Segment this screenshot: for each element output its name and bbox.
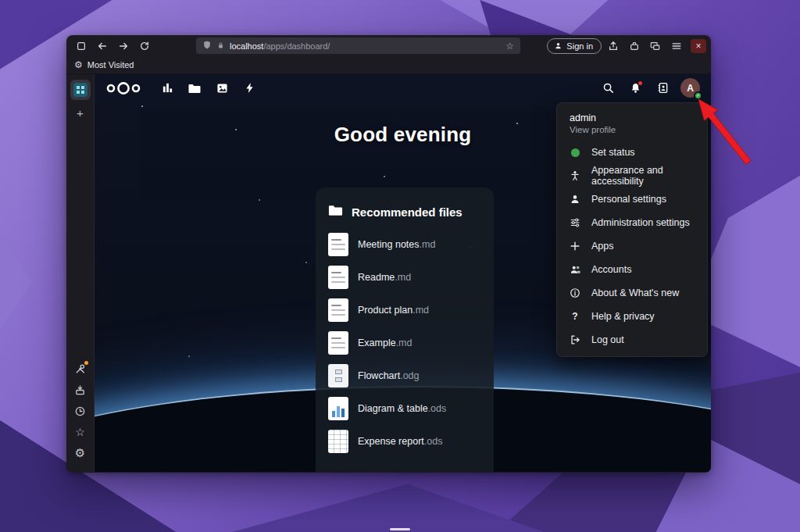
file-name: Flowchart <box>358 370 400 381</box>
notification-dot <box>84 361 88 365</box>
nextcloud-header: A ✓ <box>95 74 711 102</box>
menu-hamburger-icon[interactable] <box>666 37 686 55</box>
active-tab[interactable] <box>70 80 91 100</box>
file-row[interactable]: Readme.md <box>328 261 481 294</box>
displays-icon[interactable] <box>645 37 665 55</box>
menu-item-label: Accounts <box>591 264 631 275</box>
file-name: Expense report <box>358 436 424 447</box>
file-name: Example <box>358 337 396 348</box>
save-to-pocket-icon[interactable] <box>603 37 623 55</box>
file-extension: .ods <box>424 436 443 447</box>
file-thumbnail <box>328 233 348 256</box>
file-extension: .md <box>395 272 411 283</box>
folder-icon <box>328 204 343 220</box>
nextcloud-logo[interactable] <box>105 81 141 95</box>
view-profile-link[interactable]: View profile <box>570 125 695 134</box>
window-close-button[interactable]: × <box>691 39 706 53</box>
bookmark-star-icon[interactable]: ☆ <box>505 41 514 52</box>
dashboard-app-icon[interactable] <box>157 78 177 98</box>
widget-title: Recommended files <box>352 205 462 219</box>
downloads-icon[interactable] <box>71 380 90 399</box>
status-dot-icon <box>569 146 581 159</box>
url-text: localhost/apps/dashboard/ <box>230 41 501 51</box>
menu-item-apps[interactable]: Apps <box>557 234 707 258</box>
history-clock-icon[interactable] <box>71 402 90 420</box>
tools-icon[interactable] <box>71 359 90 378</box>
menu-item-log-out[interactable]: Log out <box>557 328 707 352</box>
menu-item-label: Set status <box>591 147 635 158</box>
file-row[interactable]: Flowchart.odg <box>328 359 481 392</box>
file-thumbnail <box>328 331 348 355</box>
file-extension: .odg <box>400 370 419 381</box>
file-thumbnail <box>328 430 348 453</box>
file-row[interactable]: Expense report.ods <box>328 425 481 458</box>
url-path: /apps/dashboard/ <box>263 41 330 51</box>
starfield <box>141 105 143 107</box>
menu-item-about[interactable]: About & What's new <box>557 281 707 305</box>
browser-window: localhost/apps/dashboard/ ☆ Sign in × ⚙ … <box>66 35 711 473</box>
menu-item-set-status[interactable]: Set status <box>557 141 707 164</box>
header-actions: A ✓ <box>598 78 700 98</box>
activity-app-icon[interactable] <box>239 78 259 98</box>
settings-gear-icon[interactable]: ⚙ <box>71 444 90 462</box>
notification-dot <box>638 81 642 85</box>
bookmark-gear-icon: ⚙ <box>74 59 83 70</box>
nextcloud-favicon <box>73 83 88 97</box>
lock-icon[interactable] <box>216 41 225 52</box>
file-row[interactable]: Diagram & table.ods <box>328 392 481 425</box>
user-dropdown-menu: admin View profile Set status Appearance… <box>556 102 708 357</box>
menu-item-accounts[interactable]: Accounts <box>557 258 707 281</box>
browser-toolbar: localhost/apps/dashboard/ ☆ Sign in × <box>66 35 711 56</box>
menu-item-label: Personal settings <box>591 194 666 205</box>
logout-icon <box>569 334 581 346</box>
question-icon: ? <box>569 310 581 323</box>
menu-item-label: Log out <box>591 334 624 345</box>
file-row[interactable]: Product plan.md <box>328 294 481 327</box>
menu-item-administration-settings[interactable]: Administration settings <box>557 211 707 234</box>
info-icon <box>569 287 581 299</box>
file-name: Meeting notes <box>358 239 420 250</box>
menu-item-help[interactable]: ? Help & privacy <box>557 305 707 328</box>
contacts-icon[interactable] <box>653 79 672 98</box>
user-avatar[interactable]: A ✓ <box>680 78 700 98</box>
file-thumbnail <box>328 397 348 420</box>
tracking-shield-icon[interactable] <box>202 40 212 52</box>
online-status-badge: ✓ <box>694 91 702 100</box>
forward-button[interactable] <box>113 37 133 55</box>
file-thumbnail <box>328 266 348 289</box>
avatar-letter: A <box>687 83 694 94</box>
unified-search-icon[interactable] <box>598 79 617 98</box>
reload-button[interactable] <box>134 37 154 55</box>
notifications-bell-icon[interactable] <box>626 79 645 98</box>
photos-app-icon[interactable] <box>212 78 232 98</box>
file-row[interactable]: Example.md <box>328 327 481 359</box>
url-bar[interactable]: localhost/apps/dashboard/ ☆ <box>196 37 520 54</box>
sign-in-label: Sign in <box>566 41 593 51</box>
files-app-icon[interactable] <box>184 78 205 98</box>
url-host: localhost <box>230 41 263 51</box>
menu-item-label: Help & privacy <box>591 311 655 322</box>
extensions-icon[interactable] <box>624 37 644 55</box>
file-extension: .md <box>420 239 436 250</box>
plus-icon <box>569 240 581 252</box>
new-tab-button[interactable]: + <box>77 106 84 120</box>
sign-in-button[interactable]: Sign in <box>547 38 602 54</box>
menu-item-label: Apps <box>591 241 614 252</box>
accessibility-icon <box>569 170 581 182</box>
bookmarks-bar: ⚙ Most Visited <box>66 56 711 74</box>
file-extension: .md <box>396 337 412 348</box>
firefox-sidebar: + ☆ ⚙ <box>66 74 95 472</box>
menu-item-appearance[interactable]: Appearance and accessibility <box>557 164 707 187</box>
menu-item-personal-settings[interactable]: Personal settings <box>557 187 707 211</box>
file-row[interactable]: Meeting notes.md <box>328 228 481 261</box>
bookmarks-star-icon[interactable]: ☆ <box>71 423 90 441</box>
file-extension: .ods <box>428 403 447 414</box>
bookmark-most-visited[interactable]: Most Visited <box>88 60 134 70</box>
back-button[interactable] <box>92 37 112 55</box>
user-menu-header[interactable]: admin View profile <box>557 109 707 141</box>
sliders-icon <box>569 216 581 229</box>
file-name: Readme <box>358 272 395 283</box>
file-thumbnail <box>328 364 348 387</box>
file-name: Diagram & table <box>358 403 428 414</box>
firefox-view-icon[interactable] <box>71 37 91 55</box>
